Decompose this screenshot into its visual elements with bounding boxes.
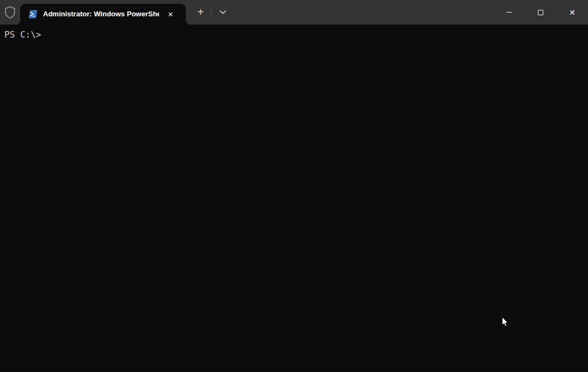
- titlebar-drag-region[interactable]: [231, 0, 493, 25]
- maximize-button[interactable]: [525, 0, 556, 25]
- close-icon: ✕: [569, 9, 575, 16]
- terminal-window: Administrator: Windows PowerShell ✕ + ✕ …: [0, 0, 588, 372]
- tab-dropdown-button[interactable]: [215, 4, 231, 20]
- minimize-icon: [506, 12, 512, 13]
- window-controls: ✕: [493, 0, 588, 25]
- tab-close-button[interactable]: ✕: [163, 7, 178, 21]
- chevron-down-icon: [220, 10, 226, 14]
- titlebar: Administrator: Windows PowerShell ✕ + ✕: [0, 0, 588, 25]
- minimize-button[interactable]: [493, 0, 525, 25]
- maximize-icon: [538, 10, 543, 15]
- terminal-prompt: PS C:\>: [4, 29, 584, 40]
- close-button[interactable]: ✕: [556, 0, 588, 25]
- tab-powershell[interactable]: Administrator: Windows PowerShell ✕: [20, 4, 186, 25]
- powershell-icon: [28, 10, 38, 19]
- tab-title: Administrator: Windows PowerShell: [43, 4, 159, 25]
- titlebar-separator: [211, 6, 211, 18]
- terminal-viewport[interactable]: PS C:\>: [0, 25, 588, 372]
- new-tab-button[interactable]: +: [192, 4, 209, 20]
